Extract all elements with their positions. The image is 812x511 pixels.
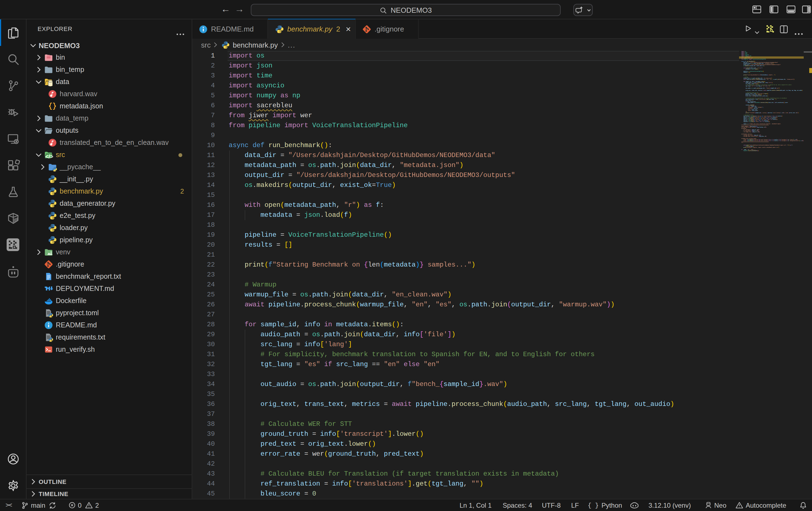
svg-text:</>: </> bbox=[45, 153, 53, 159]
